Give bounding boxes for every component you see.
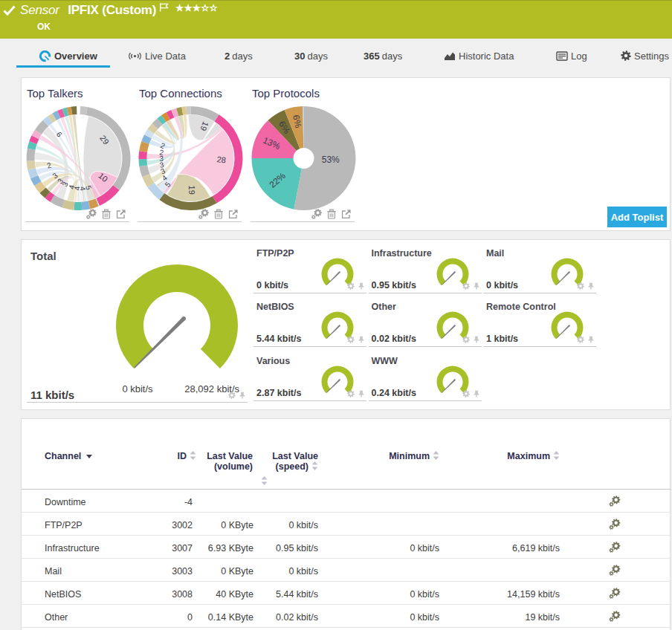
cell-min: 0 kbit/s (364, 612, 439, 623)
top-talkers-chart[interactable]: 6291023334445 (25, 106, 135, 215)
gauge-label: Infrastructure (372, 248, 432, 259)
gauge-settings-icon[interactable] (347, 390, 355, 397)
toplist-delete-icon[interactable] (213, 209, 224, 219)
cell-speed: 0.95 kbit/s (265, 543, 318, 553)
tab-30-days[interactable]: 30days (294, 46, 328, 65)
top-connections-chart[interactable]: 1928192233345 (138, 106, 247, 215)
tab-label: Live Data (145, 51, 186, 62)
gauge-pin-icon[interactable] (358, 336, 365, 343)
toplist-title: Top Connections (139, 87, 222, 100)
live-icon (128, 51, 142, 61)
column-header-2[interactable]: Last Value(volume) (182, 451, 253, 472)
cell-speed: 5.44 kbit/s (265, 589, 318, 600)
gauge-settings-icon[interactable] (462, 282, 470, 290)
tab-historic-data[interactable]: Historic Data (444, 46, 514, 65)
status-check-icon (3, 5, 16, 16)
channel-settings-icon[interactable] (609, 588, 621, 599)
total-label: Total (30, 250, 56, 262)
toplist-settings-icon[interactable] (86, 209, 97, 219)
tab-365-days[interactable]: 365days (364, 46, 402, 65)
priority-flag-icon[interactable] (159, 3, 169, 12)
gauge-label: WWW (372, 356, 398, 366)
channel-row-infrastructure[interactable]: Infrastructure30076.93 KByte0.95 kbit/s0… (22, 536, 671, 559)
gauge-settings-icon[interactable] (462, 390, 470, 397)
gauge-value: 0.95 kbit/s (372, 280, 416, 290)
historic-icon (444, 51, 456, 61)
svg-text:28: 28 (216, 155, 227, 165)
gauge-pin-icon[interactable] (587, 336, 595, 343)
tab-number: 30 (294, 51, 305, 62)
toplist-open-icon[interactable] (228, 209, 239, 219)
gauge-pin-icon[interactable] (358, 390, 365, 397)
sort-icon[interactable] (433, 451, 439, 460)
channel-row-ftp-p2p[interactable]: FTP/P2P30020 KByte0 kbit/s (22, 513, 671, 536)
sort-icon[interactable] (261, 476, 268, 485)
sensor-header: Sensor IPFIX (Custom) ★★★☆☆ OK (0, 0, 672, 39)
column-header-4[interactable]: Minimum (365, 451, 439, 461)
gauge-pin-icon[interactable] (358, 282, 365, 290)
gauge-label: Other (372, 302, 396, 312)
channel-row-downtime[interactable]: Downtime-4 (22, 490, 671, 513)
gauge-cell-mail: Mail0 kbit/s (483, 240, 596, 293)
gauge-value: 5.44 kbit/s (256, 334, 301, 344)
column-header-3[interactable]: Last Value(speed) (248, 451, 318, 472)
gauge-settings-icon[interactable] (228, 392, 236, 399)
gauge-cell-www: WWW0.24 kbit/s (369, 348, 482, 401)
sensor-name: IPFIX (Custom) (68, 3, 156, 17)
gauge-pin-icon[interactable] (473, 336, 480, 343)
cell-channel: FTP/P2P (45, 520, 149, 530)
channel-settings-icon[interactable] (609, 542, 621, 553)
channel-row-mail[interactable]: Mail30030 KByte0 kbit/s (22, 559, 671, 582)
tab-live-data[interactable]: Live Data (128, 46, 186, 65)
toplist-settings-icon[interactable] (311, 209, 322, 219)
toplist-open-icon[interactable] (341, 209, 352, 219)
tab-number: 365 (364, 51, 380, 62)
gauge-pin-icon[interactable] (473, 390, 480, 397)
gauge-settings-icon[interactable] (577, 282, 584, 290)
toplist-actions (86, 209, 126, 219)
svg-text:19: 19 (187, 186, 196, 195)
cell-speed: 0 kbit/s (265, 520, 318, 530)
toplist-delete-icon[interactable] (101, 209, 112, 219)
channel-row-netbios[interactable]: NetBIOS300840 KByte5.44 kbit/s0 kbit/s14… (22, 582, 671, 605)
cell-min: 0 kbit/s (364, 543, 439, 553)
sort-icon[interactable] (311, 461, 318, 470)
tab-overview[interactable]: Overview (39, 46, 97, 65)
tab-label: days (232, 51, 252, 62)
channel-settings-icon[interactable] (609, 565, 621, 576)
cell-channel: NetBIOS (45, 589, 149, 600)
sort-icon[interactable] (553, 451, 560, 460)
gauge-settings-icon[interactable] (577, 336, 584, 343)
cell-volume: 0 KByte (200, 566, 253, 577)
toplist-settings-icon[interactable] (198, 209, 209, 219)
total-gauge (114, 259, 240, 385)
column-header-0[interactable]: Channel (45, 451, 126, 461)
gauge-settings-icon[interactable] (462, 336, 470, 343)
gauge-pin-icon[interactable] (587, 282, 595, 290)
priority-stars[interactable]: ★★★☆☆ (175, 2, 218, 13)
channel-settings-icon[interactable] (609, 519, 621, 530)
sort-caret-icon (86, 455, 92, 458)
sort-icon[interactable] (258, 474, 268, 487)
channel-row-other[interactable]: Other00.14 KByte0.02 kbit/s0 kbit/s19 kb… (22, 605, 671, 628)
tab-log[interactable]: Log (556, 46, 587, 65)
gauge-pin-icon[interactable] (473, 282, 480, 290)
tab-label: days (382, 51, 402, 62)
gauge-pin-icon[interactable] (239, 392, 246, 399)
tab-2-days[interactable]: 2days (224, 46, 253, 65)
top-protocols-chart[interactable]: 53%22%13%6%6% (251, 106, 360, 215)
channel-settings-icon[interactable] (609, 611, 621, 622)
gauge-cell-various: Various2.87 kbit/s (253, 348, 366, 401)
tab-label: Historic Data (459, 51, 514, 62)
cell-id: 3002 (140, 520, 193, 530)
tab-label: days (307, 51, 327, 62)
add-toplist-button[interactable]: Add Toplist (607, 207, 667, 227)
column-header-5[interactable]: Maximum (485, 451, 560, 461)
toplist-delete-icon[interactable] (326, 209, 337, 219)
svg-text:53%: 53% (322, 155, 340, 165)
channel-settings-icon[interactable] (609, 496, 621, 507)
toplist-open-icon[interactable] (116, 209, 126, 219)
gauge-settings-icon[interactable] (347, 336, 355, 343)
tab-settings[interactable]: Settings (621, 46, 669, 65)
gauge-settings-icon[interactable] (347, 282, 355, 290)
